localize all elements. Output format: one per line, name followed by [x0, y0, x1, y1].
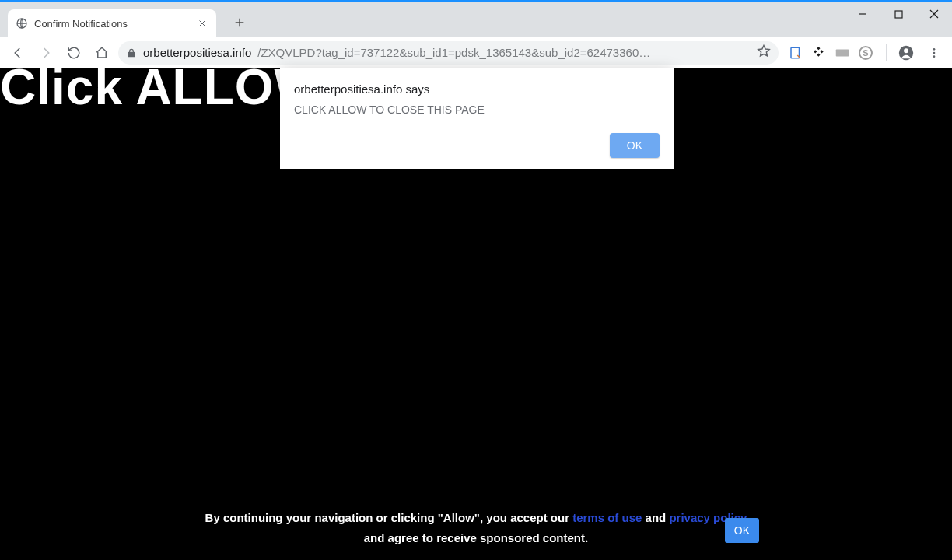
bookmark-star-icon[interactable] — [757, 44, 771, 61]
address-bar[interactable]: orbetterpositiesa.info /ZXQVLPD?tag_id=7… — [118, 41, 779, 65]
footer-line2: and agree to receive sponsored content. — [364, 531, 588, 544]
maximize-button[interactable] — [880, 2, 916, 26]
footer-prefix: By continuing your navigation or clickin… — [205, 511, 573, 524]
new-tab-button[interactable] — [229, 12, 250, 33]
tab-title: Confirm Notifications — [34, 18, 190, 30]
forward-button — [34, 41, 58, 65]
home-button[interactable] — [90, 41, 114, 65]
window-close-button[interactable] — [916, 2, 952, 26]
url-domain: orbetterpositiesa.info — [143, 46, 251, 59]
svg-rect-1 — [895, 11, 902, 18]
svg-point-5 — [904, 48, 908, 53]
svg-rect-3 — [836, 49, 849, 56]
footer-text: By continuing your navigation or clickin… — [0, 508, 952, 548]
extension-icon-2[interactable] — [811, 45, 827, 61]
menu-button[interactable] — [922, 41, 946, 65]
close-icon[interactable] — [196, 17, 208, 30]
dialog-title: orbetterpositiesa.info says — [294, 82, 660, 96]
window-controls — [845, 2, 952, 37]
profile-button[interactable] — [894, 41, 918, 65]
toolbar-separator — [886, 44, 887, 61]
tab-strip: Confirm Notifications — [0, 2, 952, 37]
toolbar: orbetterpositiesa.info /ZXQVLPD?tag_id=7… — [0, 37, 952, 68]
svg-point-7 — [933, 51, 936, 54]
browser-tab[interactable]: Confirm Notifications — [8, 9, 216, 37]
minimize-button[interactable] — [845, 2, 880, 26]
footer-and: and — [642, 511, 669, 524]
footer-ok-button[interactable]: OK — [725, 518, 759, 543]
javascript-alert-dialog: orbetterpositiesa.info says CLICK ALLOW … — [280, 68, 674, 169]
dialog-body: CLICK ALLOW TO CLOSE THIS PAGE — [294, 103, 660, 116]
lock-icon — [126, 47, 137, 58]
extension-icon-1[interactable] — [788, 45, 803, 61]
svg-point-6 — [933, 48, 936, 51]
url-path: /ZXQVLPD?tag_id=737122&sub_id1=pdsk_1365… — [257, 46, 751, 59]
back-button[interactable] — [6, 41, 30, 65]
reload-button[interactable] — [62, 41, 86, 65]
terms-of-use-link[interactable]: terms of use — [572, 511, 642, 524]
extension-icon-4[interactable]: S — [858, 45, 873, 61]
dialog-ok-button[interactable]: OK — [610, 133, 660, 158]
extensions-group: S — [788, 45, 873, 61]
extension-icon-3[interactable] — [835, 45, 850, 61]
globe-icon — [16, 17, 28, 30]
svg-point-8 — [933, 55, 936, 58]
